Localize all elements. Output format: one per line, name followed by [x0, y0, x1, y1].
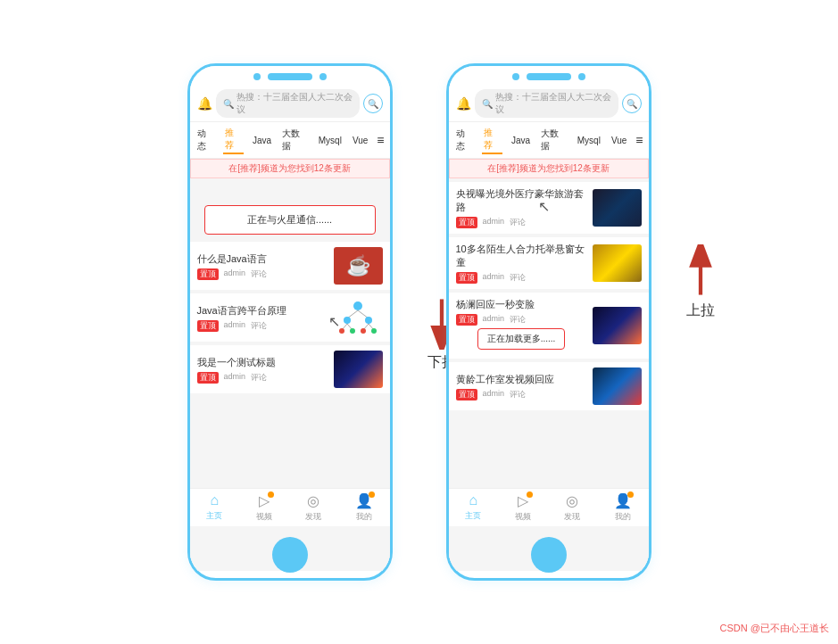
tree-diagram-svg [336, 301, 380, 334]
meta-author-2-left: admin [224, 372, 246, 384]
article-item-2-right[interactable]: 杨澜回应一秒变脸 置顶 admin 评论 正在加载更多...... [449, 293, 649, 359]
article-info-0-left: 什么是Java语言 置顶 admin 评论 [197, 252, 328, 280]
content-area-right: 央视曝光境外医疗豪华旅游套路 置顶 admin 评论 ↖ [449, 178, 649, 571]
phone-top-bar-left [190, 66, 390, 86]
profile-label-left: 我的 [356, 511, 372, 523]
article-info-2-left: 我是一个测试标题 置顶 admin 评论 [197, 356, 328, 384]
home-icon-left: ⌂ [210, 492, 219, 508]
search-btn-icon-right: 🔍 [626, 99, 637, 109]
article-info-1-left: Java语言跨平台原理 置顶 admin 评论 [197, 304, 328, 332]
video-label-left: 视频 [256, 511, 272, 523]
article-meta-2-left: 置顶 admin 评论 [197, 372, 328, 384]
search-button-right[interactable]: 🔍 [622, 94, 642, 113]
phone-home-btn-left[interactable] [272, 537, 308, 573]
nav-menu-left[interactable]: ≡ [377, 133, 384, 147]
article-thumb-2-right [593, 307, 642, 344]
meta-comment-2-left: 评论 [251, 372, 267, 384]
nav-video-left[interactable]: ▷ 视频 [256, 492, 272, 523]
nav-home-left[interactable]: ⌂ 主页 [206, 492, 222, 523]
phone-home-btn-right[interactable] [531, 537, 567, 573]
nav-tab-vue-left[interactable]: Vue [351, 135, 369, 146]
phone-pill-right [527, 73, 571, 80]
profile-label-right: 我的 [615, 511, 631, 523]
meta-comment-2-right: 评论 [510, 314, 526, 326]
nav-video-right[interactable]: ▷ 视频 [515, 492, 531, 523]
discover-icon-left: ◎ [307, 492, 319, 509]
nav-home-right[interactable]: ⌂ 主页 [465, 492, 481, 523]
article-item-1-left[interactable]: Java语言跨平台原理 置顶 admin 评论 [190, 293, 390, 342]
nav-tab-dashuju-left[interactable]: 大数据 [280, 127, 310, 153]
loading-more-box: 正在加载更多...... [477, 328, 566, 350]
home-label-left: 主页 [206, 510, 222, 522]
nav-discover-left[interactable]: ◎ 发现 [305, 492, 321, 523]
article-item-0-left[interactable]: 什么是Java语言 置顶 admin 评论 ☕ [190, 242, 390, 290]
article-item-1-right[interactable]: 10多名陌生人合力托举悬窗女童 置顶 admin 评论 [449, 237, 649, 289]
nav-tab-vue-right[interactable]: Vue [610, 135, 628, 146]
phone-top-bar-right [449, 66, 649, 86]
search-icon-right: 🔍 [482, 99, 493, 109]
discover-icon-right: ◎ [566, 492, 578, 509]
article-meta-2-right: 置顶 admin 评论 [456, 314, 587, 326]
bottom-nav-left: ⌂ 主页 ▷ 视频 ◎ 发现 👤 我的 [190, 488, 390, 526]
bottom-nav-right: ⌂ 主页 ▷ 视频 ◎ 发现 👤 我的 [449, 488, 649, 526]
phone-left-screen: 🔔 🔍 热搜：十三届全国人大二次会议 🔍 动态 推荐 Java 大数据 Mysq… [190, 86, 390, 571]
profile-badge-right [627, 491, 634, 498]
phone-right-device: 🔔 🔍 热搜：十三届全国人大二次会议 🔍 动态 推荐 Java 大数据 Mysq… [446, 63, 651, 581]
nav-menu-right[interactable]: ≡ [635, 133, 643, 147]
article-info-2-right: 杨澜回应一秒变脸 置顶 admin 评论 正在加载更多...... [456, 298, 587, 353]
search-button-left[interactable]: 🔍 [363, 94, 383, 113]
arrow-up-svg [683, 244, 718, 298]
meta-author-3-right: admin [483, 389, 505, 400]
article-meta-1-right: 置顶 admin 评论 [456, 272, 587, 284]
nav-tab-java-left[interactable]: Java [251, 135, 273, 146]
tag-red-1-right: 置顶 [456, 272, 477, 284]
search-hot-text-right: 热搜：十三届全国人大二次会议 [495, 91, 611, 116]
nav-tab-java-right[interactable]: Java [510, 135, 532, 146]
search-hot-text-left: 热搜：十三届全国人大二次会议 [236, 91, 353, 116]
article-item-2-left[interactable]: 我是一个测试标题 置顶 admin 评论 [190, 345, 390, 393]
nav-tab-dongtai-left[interactable]: 动态 [195, 127, 216, 153]
tag-red-0-left: 置顶 [197, 268, 219, 280]
nav-tab-tuijian-left[interactable]: 推荐 [223, 126, 244, 154]
bell-icon-left: 🔔 [197, 96, 212, 111]
article-title-1-right: 10多名陌生人合力托举悬窗女童 [456, 243, 587, 269]
meta-author-0-left: admin [224, 268, 246, 280]
nav-tab-mysql-right[interactable]: Mysql [576, 135, 602, 146]
article-meta-0-right: 置顶 admin 评论 [456, 217, 587, 228]
update-banner-left: 在[推荐]频道为您找到12条更新 [190, 159, 390, 178]
pull-up-arrow: 上拉 [683, 244, 718, 320]
meta-comment-1-right: 评论 [510, 272, 526, 284]
phone-right: 🔔 🔍 热搜：十三届全国人大二次会议 🔍 动态 推荐 Java 大数据 Mysq… [446, 63, 651, 581]
article-title-2-right: 杨澜回应一秒变脸 [456, 298, 587, 311]
article-item-0-right[interactable]: 央视曝光境外医疗豪华旅游套路 置顶 admin 评论 ↖ [449, 182, 649, 234]
nav-tab-dashuju-right[interactable]: 大数据 [539, 127, 568, 153]
nav-tab-mysql-left[interactable]: Mysql [317, 135, 344, 146]
watermark: CSDN @已不由心王道长 [720, 622, 829, 635]
svg-point-7 [339, 328, 344, 334]
article-title-0-left: 什么是Java语言 [197, 252, 328, 266]
article-meta-0-left: 置顶 admin 评论 [197, 268, 328, 280]
nav-profile-right[interactable]: 👤 我的 [614, 492, 632, 523]
nav-profile-left[interactable]: 👤 我的 [355, 492, 373, 523]
nav-discover-right[interactable]: ◎ 发现 [564, 492, 580, 523]
nav-tab-tuijian-right[interactable]: 推荐 [482, 126, 502, 154]
home-label-right: 主页 [465, 510, 481, 522]
cursor-left: ↖ [328, 313, 340, 330]
search-box-left[interactable]: 🔍 热搜：十三届全国人大二次会议 [216, 89, 360, 118]
meta-author-1-left: admin [224, 320, 246, 332]
article-info-1-right: 10多名陌生人合力托举悬窗女童 置顶 admin 评论 [456, 243, 587, 284]
nav-tab-dongtai-right[interactable]: 动态 [454, 127, 475, 153]
phone-left-device: 🔔 🔍 热搜：十三届全国人大二次会议 🔍 动态 推荐 Java 大数据 Mysq… [187, 63, 393, 581]
article-info-3-right: 黄龄工作室发视频回应 置顶 admin 评论 [456, 373, 587, 400]
search-box-right[interactable]: 🔍 热搜：十三届全国人大二次会议 [475, 89, 618, 118]
meta-comment-0-right: 评论 [510, 217, 526, 228]
phone-dot-left [253, 73, 261, 80]
video-badge-left [268, 491, 274, 498]
discover-label-right: 发现 [564, 511, 580, 523]
meta-comment-0-left: 评论 [251, 268, 267, 280]
article-meta-1-left: 置顶 admin 评论 [197, 320, 328, 332]
cursor-right: ↖ [538, 198, 550, 215]
meta-author-0-right: admin [483, 217, 505, 228]
article-item-3-right[interactable]: 黄龄工作室发视频回应 置顶 admin 评论 [449, 362, 649, 410]
svg-point-4 [365, 317, 372, 324]
